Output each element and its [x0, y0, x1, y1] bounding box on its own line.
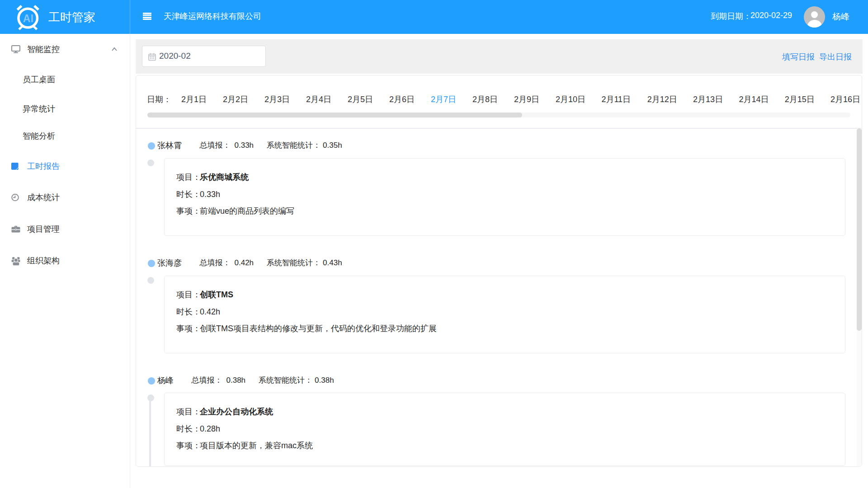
- svg-text:AI: AI: [23, 13, 33, 24]
